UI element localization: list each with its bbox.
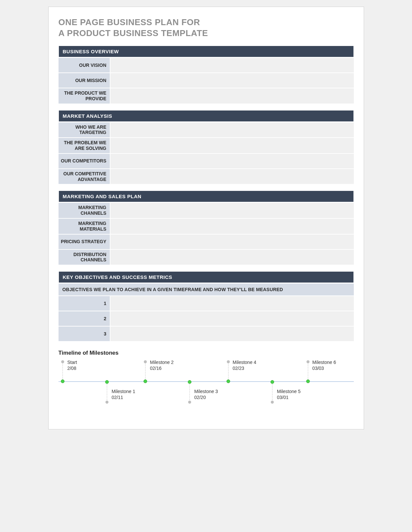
milestone-marker-icon [144,379,147,383]
milestone-marker-icon [270,380,274,384]
input-marketing-materials[interactable] [110,219,354,234]
milestone-label: Milestone 5 [277,389,301,394]
input-targeting[interactable] [110,122,354,138]
row-problem: THE PROBLEM WE ARE SOLVING [59,137,354,153]
milestone-stem [189,384,190,400]
milestone-stem [62,364,63,379]
input-objective-1[interactable] [110,296,354,311]
milestone-marker-icon [306,379,310,383]
section-header: MARKETING AND SALES PLAN [59,191,354,202]
row-marketing-materials: MARKETING MATERIALS [59,218,354,234]
label-marketing-channels: MARKETING CHANNELS [59,203,110,218]
milestone-dot-icon [105,401,108,404]
label-objective-1: 1 [59,296,110,311]
milestone-text: Milestone 202/16 [150,360,174,371]
input-product[interactable] [110,88,354,104]
milestone-dot-icon [307,360,309,363]
input-competitors[interactable] [110,154,354,168]
label-competitors: OUR COMPETITORS [59,154,110,168]
label-vision: OUR VISION [59,58,110,72]
timeline-title: Timeline of Milestones [59,350,354,356]
row-competitors: OUR COMPETITORS [59,153,354,168]
milestone-stem [107,384,107,400]
milestone-date: 02/23 [233,366,244,371]
row-marketing-channels: MARKETING CHANNELS [59,202,354,218]
milestone-dot-icon [144,360,147,363]
milestone-label: Milestone 4 [233,360,257,365]
section-market-analysis: MARKET ANALYSIS WHO WE ARE TARGETING THE… [59,110,354,184]
input-marketing-channels[interactable] [110,203,354,218]
section-objectives: KEY OBJECTIVES AND SUCCESS METRICS OBJEC… [59,271,354,341]
page-title: ONE PAGE BUSINESS PLAN FOR A PRODUCT BUS… [59,17,354,38]
label-distribution: DISTRIBUTION CHANNELS [59,250,110,265]
row-product: THE PRODUCT WE PROVIDE [59,88,354,104]
label-targeting: WHO WE ARE TARGETING [59,122,110,138]
milestone-stem [272,384,272,400]
row-objective-3: 3 [59,326,354,341]
milestone-marker-icon [188,380,191,384]
row-vision: OUR VISION [59,57,354,72]
row-pricing: PRICING STRATEGY [59,234,354,249]
label-marketing-materials: MARKETING MATERIALS [59,219,110,234]
milestone-label: Milestone 2 [150,360,174,365]
label-advantage: OUR COMPETITIVE ADVANTAGE [59,169,110,184]
label-objective-3: 3 [59,327,110,341]
input-advantage[interactable] [110,169,354,184]
milestone-date: 02/16 [150,366,161,371]
milestone-text: Milestone 102/11 [111,389,135,400]
title-line-2: A PRODUCT BUSINESS TEMPLATE [59,28,208,38]
milestone-date: 02/11 [111,395,123,400]
title-line-1: ONE PAGE BUSINESS PLAN FOR [59,17,200,27]
milestone-stem [228,364,228,379]
input-problem[interactable] [110,138,354,153]
milestone-dot-icon [227,360,230,363]
input-mission[interactable] [110,73,354,88]
input-vision[interactable] [110,58,354,72]
milestone-date: 03/01 [277,395,288,400]
milestone-label: Milestone 6 [312,360,336,365]
milestone-text: Milestone 302/20 [194,389,218,400]
milestone-stem [145,364,145,379]
milestone-date: 02/20 [194,395,206,400]
row-advantage: OUR COMPETITIVE ADVANTAGE [59,168,354,184]
row-distribution: DISTRIBUTION CHANNELS [59,249,354,265]
milestone-marker-icon [227,379,230,383]
label-problem: THE PROBLEM WE ARE SOLVING [59,138,110,153]
milestone-date: 2/08 [67,366,76,371]
timeline: Start2/08Milestone 102/11Milestone 202/1… [59,360,354,416]
milestone-date: 03/03 [312,366,324,371]
row-objective-2: 2 [59,311,354,326]
input-objective-3[interactable] [110,327,354,341]
input-pricing[interactable] [110,235,354,249]
label-mission: OUR MISSION [59,73,110,88]
section-marketing-sales: MARKETING AND SALES PLAN MARKETING CHANN… [59,191,354,265]
milestone-text: Milestone 603/03 [312,360,336,371]
milestone-dot-icon [188,401,191,404]
milestone-text: Milestone 503/01 [277,389,301,400]
milestone-text: Milestone 402/23 [233,360,257,371]
milestone-label: Start [67,360,77,365]
section-header: BUSINESS OVERVIEW [59,46,354,57]
milestone-dot-icon [61,360,64,363]
section-header: MARKET ANALYSIS [59,110,354,122]
row-targeting: WHO WE ARE TARGETING [59,122,354,138]
section-header: KEY OBJECTIVES AND SUCCESS METRICS [59,271,354,283]
milestone-label: Milestone 3 [194,389,218,394]
objectives-subheader: OBJECTIVES WE PLAN TO ACHIEVE IN A GIVEN… [59,283,354,295]
milestone-dot-icon [271,401,274,404]
document-page: ONE PAGE BUSINESS PLAN FOR A PRODUCT BUS… [48,7,364,429]
label-product: THE PRODUCT WE PROVIDE [59,88,110,104]
milestone-stem [308,364,308,379]
milestone-marker-icon [61,379,64,383]
label-pricing: PRICING STRATEGY [59,235,110,249]
milestone-marker-icon [105,380,109,384]
milestone-text: Start2/08 [67,360,77,371]
input-distribution[interactable] [110,250,354,265]
label-objective-2: 2 [59,311,110,326]
row-objective-1: 1 [59,295,354,311]
input-objective-2[interactable] [110,311,354,326]
milestone-label: Milestone 1 [111,389,135,394]
row-mission: OUR MISSION [59,72,354,88]
section-business-overview: BUSINESS OVERVIEW OUR VISION OUR MISSION… [59,46,354,104]
